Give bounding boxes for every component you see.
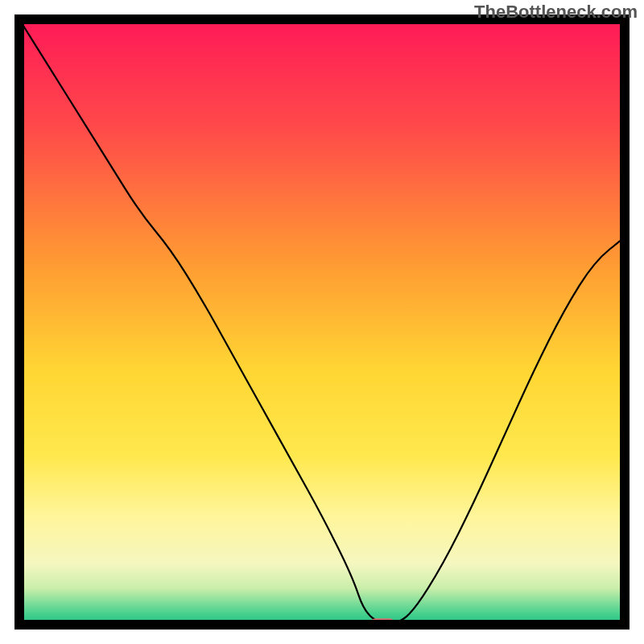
gradient-background (19, 19, 625, 625)
plot-area (19, 19, 625, 628)
bottleneck-chart: TheBottleneck.com (0, 0, 644, 644)
chart-svg (0, 0, 644, 644)
watermark-text: TheBottleneck.com (474, 2, 638, 23)
